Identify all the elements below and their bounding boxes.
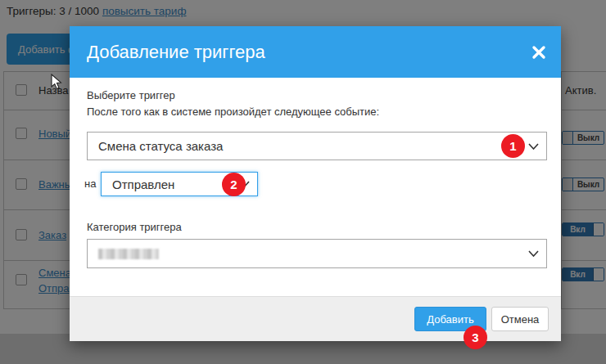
status-select-value: Отправлен [112,178,174,191]
annotation-badge-2: 2 [222,173,246,196]
event-select[interactable]: Смена статуса заказа [87,132,547,160]
add-trigger-modal: Добавление триггера Выберите триггер Пос… [70,26,561,341]
na-label: на [84,178,96,190]
category-label: Категория триггера [87,221,182,233]
annotation-badge-3: 3 [464,326,487,349]
event-description-label: После того как в системе произойдет след… [87,106,379,118]
screen: Триггеры: 3 / 1000 повысить тариф Добави… [0,0,606,364]
chevron-down-icon [528,143,539,150]
modal-footer: Добавить Отмена [70,296,561,341]
category-select-value-redacted [98,249,159,259]
close-icon[interactable] [531,45,546,60]
cancel-button[interactable]: Отмена [491,307,549,331]
modal-title: Добавление триггера [87,42,265,63]
annotation-badge-1: 1 [501,134,525,158]
category-select[interactable] [87,239,547,268]
modal-header: Добавление триггера [70,26,561,78]
choose-trigger-label: Выберите триггер [87,89,175,101]
event-select-value: Смена статуса заказа [98,139,223,153]
mouse-cursor-icon [51,74,63,91]
chevron-down-icon [528,250,539,257]
